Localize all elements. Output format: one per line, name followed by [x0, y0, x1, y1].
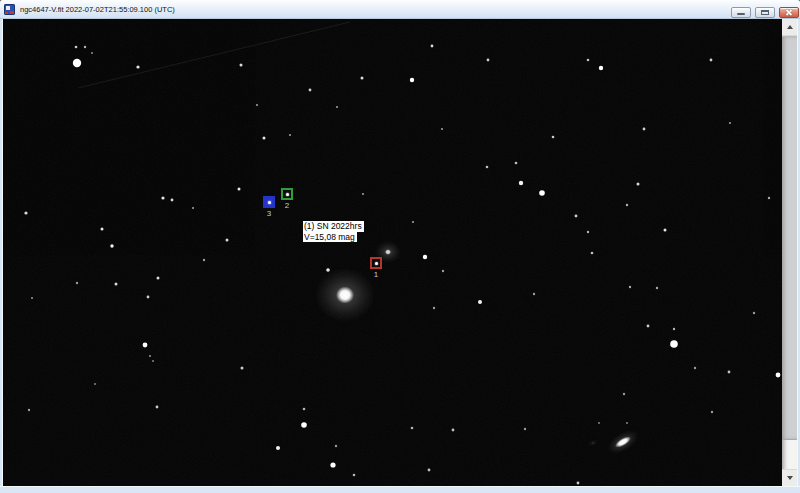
- star-field-image[interactable]: [3, 19, 782, 486]
- scroll-down-button[interactable]: [782, 469, 797, 486]
- image-viewport[interactable]: (1) SN 2022hrs V=15,08 mag 123: [3, 19, 782, 486]
- marker-label-2: 2: [281, 201, 293, 210]
- sn-annotation-line1: (1) SN 2022hrs: [303, 221, 364, 232]
- window-border-bottom: [0, 486, 800, 493]
- scrollbar-thumb[interactable]: [782, 36, 797, 440]
- minimize-icon: [737, 13, 745, 15]
- arrow-up-icon: [787, 25, 793, 29]
- marker-2: [281, 188, 293, 200]
- app-icon: [4, 4, 15, 15]
- marker-1: [370, 257, 382, 269]
- minimize-button[interactable]: [731, 7, 751, 18]
- scroll-up-button[interactable]: [782, 19, 797, 36]
- marker-star-dot: [268, 201, 271, 204]
- window-border-left: [0, 19, 3, 493]
- sn-annotation-line2: V=15,08 mag: [303, 232, 357, 243]
- app-window: ngc4647-V.fit 2022-07-02T21:55:09.100 (U…: [0, 0, 800, 493]
- marker-3: [263, 196, 275, 208]
- titlebar[interactable]: ngc4647-V.fit 2022-07-02T21:55:09.100 (U…: [0, 0, 800, 19]
- maximize-button[interactable]: [755, 7, 775, 18]
- vertical-scrollbar[interactable]: [782, 19, 797, 486]
- marker-label-1: 1: [370, 270, 382, 279]
- marker-label-3: 3: [263, 209, 275, 218]
- marker-star-dot: [286, 193, 289, 196]
- window-title: ngc4647-V.fit 2022-07-02T21:55:09.100 (U…: [20, 0, 175, 19]
- arrow-down-icon: [787, 476, 793, 480]
- maximize-icon: [761, 10, 769, 15]
- marker-star-dot: [375, 262, 378, 265]
- close-button[interactable]: [779, 7, 799, 18]
- sn-annotation: (1) SN 2022hrs V=15,08 mag: [303, 221, 364, 242]
